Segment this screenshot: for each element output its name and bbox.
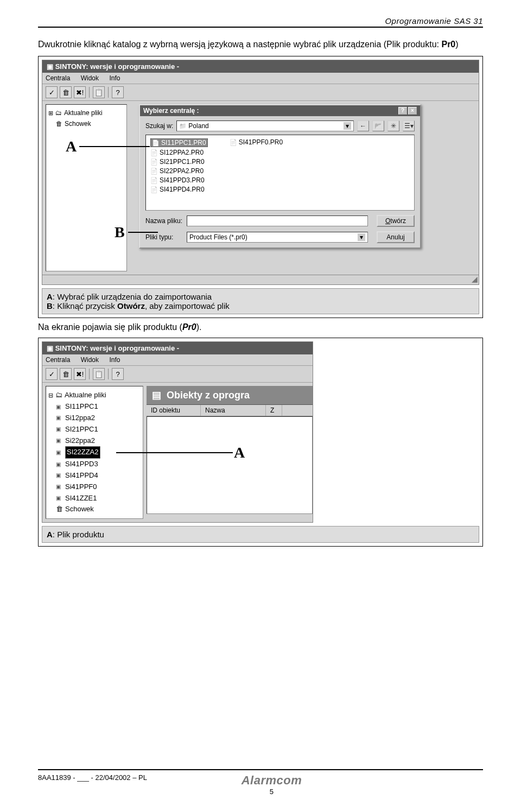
chevron-down-icon[interactable]: ▾ <box>344 122 351 130</box>
marker-line <box>116 452 233 453</box>
app-window-2: ▣ SINTONY: wersje i oprogramowanie - Cen… <box>42 341 313 523</box>
search-label: Szukaj w: <box>145 122 173 130</box>
file-item[interactable]: SI11PPC1.PR0 <box>150 138 208 147</box>
menu-bar[interactable]: Centrala Widok Info <box>42 73 479 84</box>
file-item[interactable]: SI21PPC1.PR0 <box>150 158 208 166</box>
menu-item[interactable]: Info <box>109 74 120 82</box>
back-icon[interactable]: ← <box>357 120 369 131</box>
column-headers[interactable]: ID obiektu Nazwa Z <box>147 405 313 416</box>
tree-node[interactable]: SI41PPD3 <box>56 459 141 470</box>
panel-icon: ▤ <box>152 389 161 401</box>
toolbar-button[interactable]: 📋 <box>93 368 105 380</box>
view-icon[interactable]: ☰▾ <box>403 120 415 131</box>
close-icon[interactable]: × <box>408 107 417 115</box>
cancel-button[interactable]: Anuluj <box>377 231 415 243</box>
collapse-icon[interactable]: ⊟ <box>48 391 53 401</box>
file-item[interactable]: SI41PPF0.PR0 <box>230 138 283 146</box>
app-icon: ▣ <box>47 62 55 71</box>
schowek-icon: 🗑 <box>56 504 63 515</box>
folder-combo[interactable]: Poland▾ <box>176 120 354 131</box>
panel-title: ▤ Obiekty z oprogra <box>147 386 313 405</box>
statusbar: ◢ <box>42 275 479 284</box>
page-number: 5 <box>147 788 396 796</box>
file-list[interactable]: SI11PPC1.PR0 SI12PPA2.PR0 SI21PPC1.PR0 S… <box>145 135 415 211</box>
folder-icon: 🗂 <box>55 390 62 401</box>
menu-item[interactable]: Info <box>109 356 120 364</box>
logo: Alarmcom <box>147 773 396 788</box>
resize-grip-icon[interactable]: ◢ <box>472 275 478 283</box>
expand-icon[interactable]: ⊞ <box>48 109 53 118</box>
separator <box>108 369 109 379</box>
toolbar-button[interactable]: 📋 <box>93 86 105 98</box>
page-footer: 8AA11839 - ___ - 22/04/2002 – PL Alarmco… <box>38 769 483 796</box>
toolbar-button[interactable]: 🗑 <box>60 368 72 380</box>
separator <box>108 87 109 98</box>
toolbar-button[interactable]: ✖! <box>74 368 86 380</box>
figure-caption-2: A: Plik produktu <box>42 526 479 543</box>
figure-1: ▣ SINTONY: wersje i oprogramowanie - Cen… <box>38 56 483 318</box>
footer-docref: 8AA11839 - ___ - 22/04/2002 – PL <box>38 773 147 782</box>
app-window-1: ▣ SINTONY: wersje i oprogramowanie - Cen… <box>42 60 479 285</box>
newfolder-icon[interactable]: ✳ <box>387 120 399 131</box>
marker-a: A <box>66 138 77 155</box>
separator <box>89 369 90 379</box>
toolbar: ✓ 🗑 ✖! 📋 ? <box>42 366 313 383</box>
file-item[interactable]: SI41PPD3.PR0 <box>150 176 208 184</box>
figure-caption: A: Wybrać plik urządzenia do zaimportowa… <box>42 288 479 314</box>
menu-bar[interactable]: Centrala Widok Info <box>42 354 313 366</box>
open-button[interactable]: Otwórz <box>377 215 415 227</box>
between-text: Na ekranie pojawia się plik produktu (Pr… <box>38 322 483 332</box>
dialog-titlebar: Wybierz centralę : ? × <box>140 105 420 116</box>
marker-a2: A <box>234 444 245 461</box>
toolbar-button[interactable]: ✓ <box>46 86 58 98</box>
marker-b: B <box>115 224 125 241</box>
menu-item[interactable]: Widok <box>81 74 99 82</box>
window-body: ⊞🗂Aktualne pliki 🗑Schowek Wybierz centra… <box>42 101 479 275</box>
file-item[interactable]: SI41PPD4.PR0 <box>150 186 208 193</box>
help-icon[interactable]: ? <box>112 86 124 98</box>
marker-line <box>79 146 150 147</box>
marker-line <box>128 232 158 233</box>
menu-item[interactable]: Widok <box>81 356 99 364</box>
up-icon[interactable]: 📂 <box>372 120 384 131</box>
tree-node[interactable]: SI11PPC1 <box>56 401 141 413</box>
tree-node[interactable]: SI41ZZE1 <box>56 493 141 504</box>
separator <box>89 87 90 98</box>
filename-label: Nazwa pliku: <box>145 217 183 225</box>
filetype-combo[interactable]: Product Files (*.pr0)▾ <box>187 232 368 243</box>
window-titlebar: ▣ SINTONY: wersje i oprogramowanie - <box>42 342 313 354</box>
tree-node[interactable]: SI41PPD4 <box>56 470 141 481</box>
column-header[interactable]: Nazwa <box>201 405 266 416</box>
filetype-label: Pliki typu: <box>145 233 183 241</box>
list-area[interactable] <box>147 416 313 514</box>
menu-item[interactable]: Centrala <box>46 356 70 364</box>
whatsthis-icon[interactable]: ? <box>398 107 407 115</box>
tree-node[interactable]: Si41PPF0 <box>56 481 141 493</box>
filename-input[interactable] <box>187 215 368 226</box>
toolbar: ✓ 🗑 ✖! 📋 ? <box>42 84 479 101</box>
folder-icon: 🗂 <box>55 108 62 118</box>
schowek-icon: 🗑 <box>56 119 62 129</box>
window-titlebar: ▣ SINTONY: wersje i oprogramowanie - <box>42 60 479 73</box>
column-header[interactable]: ID obiektu <box>147 405 201 416</box>
column-header[interactable]: Z <box>266 405 282 416</box>
toolbar-button[interactable]: ✖! <box>74 86 86 98</box>
app-icon: ▣ <box>47 344 55 352</box>
menu-item[interactable]: Centrala <box>46 74 70 82</box>
figure-2: ▣ SINTONY: wersje i oprogramowanie - Cen… <box>38 338 483 547</box>
toolbar-button[interactable]: 🗑 <box>60 86 72 98</box>
file-item[interactable]: SI12PPA2.PR0 <box>150 149 208 156</box>
help-icon[interactable]: ? <box>112 368 124 380</box>
file-item[interactable]: SI22PPA2.PR0 <box>150 167 208 175</box>
page-header: Oprogramowanie SAS 31 <box>38 16 483 28</box>
tree-node[interactable]: SI21PPC1 <box>56 424 141 435</box>
tree-node[interactable]: Si12ppa2 <box>56 413 141 424</box>
chevron-down-icon[interactable]: ▾ <box>358 233 365 241</box>
intro-text: Dwukrotnie kliknąć katalog z wybrną wers… <box>38 39 483 50</box>
tree-view[interactable]: ⊞🗂Aktualne pliki 🗑Schowek <box>46 104 127 271</box>
open-file-dialog: Wybierz centralę : ? × Szukaj w: Poland▾… <box>139 104 421 249</box>
toolbar-button[interactable]: ✓ <box>46 368 58 380</box>
tree-node[interactable]: Si22ppa2 <box>56 435 141 447</box>
